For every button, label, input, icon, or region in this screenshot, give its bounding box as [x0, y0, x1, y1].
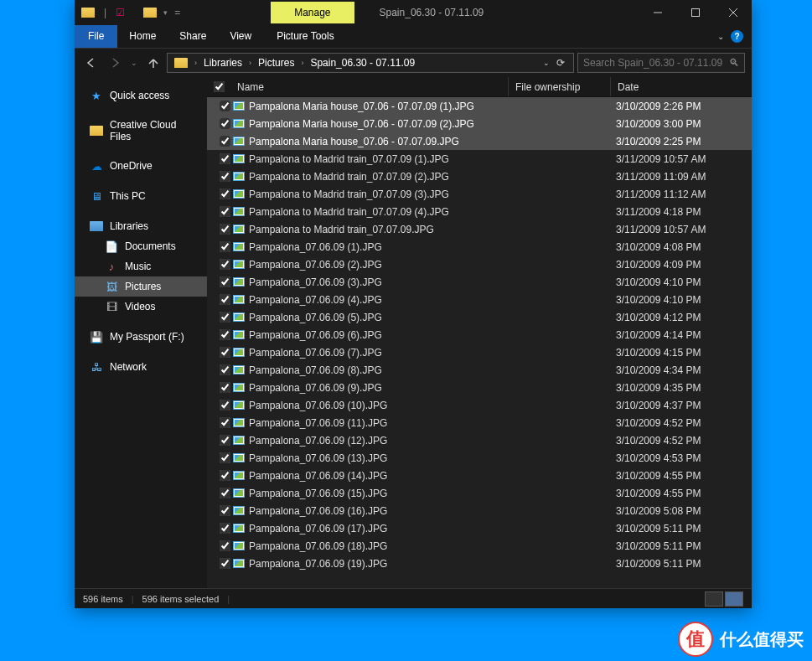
view-thumbnails-button[interactable] [725, 591, 743, 607]
table-row[interactable]: Pampalona_07.06.09 (14).JPG3/10/2009 4:5… [207, 467, 752, 484]
row-checkbox[interactable] [220, 417, 230, 428]
table-row[interactable]: Pampalona_07.06.09 (6).JPG3/10/2009 4:14… [207, 326, 752, 343]
up-button[interactable] [143, 53, 163, 73]
table-row[interactable]: Pampalona Maria house_07.06 - 07.07.09.J… [207, 132, 752, 150]
table-row[interactable]: Pampalona_07.06.09 (9).JPG3/10/2009 4:35… [207, 379, 752, 396]
ribbon-expand-icon[interactable]: ⌄ [717, 32, 724, 41]
help-icon[interactable]: ? [731, 30, 743, 43]
table-row[interactable]: Pampalona Maria house_07.06 - 07.07.09 (… [207, 115, 752, 132]
qat-check-icon[interactable]: ☑ [116, 7, 125, 18]
breadcrumb-libraries[interactable]: Libraries [200, 57, 246, 69]
row-checkbox[interactable] [220, 188, 230, 199]
back-button[interactable] [81, 53, 101, 73]
refresh-icon[interactable]: ⟳ [556, 57, 565, 69]
file-list[interactable]: Pampalona Maria house_07.06 - 07.07.09 (… [207, 97, 752, 588]
row-checkbox[interactable] [220, 382, 230, 393]
maximize-button[interactable] [676, 0, 714, 25]
sidebar-libraries[interactable]: Libraries [75, 216, 207, 236]
table-row[interactable]: Pampalona to Madrid train_07.07.09 (4).J… [207, 203, 752, 220]
row-checkbox[interactable] [220, 153, 230, 164]
tab-share[interactable]: Share [168, 25, 218, 48]
table-row[interactable]: Pampalona_07.06.09 (10).JPG3/10/2009 4:3… [207, 396, 752, 414]
sidebar-onedrive[interactable]: ☁OneDrive [75, 156, 207, 176]
qat-overflow[interactable]: = [174, 7, 180, 18]
file-menu[interactable]: File [75, 25, 117, 48]
row-checkbox[interactable] [220, 540, 230, 551]
tab-home[interactable]: Home [117, 25, 168, 48]
breadcrumb-dropdown-icon[interactable]: ⌄ [543, 59, 550, 67]
qat-dropdown-icon[interactable]: ▾ [163, 8, 168, 17]
row-checkbox[interactable] [220, 400, 230, 411]
tab-picture-tools[interactable]: Picture Tools [265, 25, 345, 48]
view-details-button[interactable] [705, 591, 723, 607]
sidebar-my-passport[interactable]: 💾My Passport (F:) [75, 327, 207, 347]
row-checkbox[interactable] [220, 101, 230, 111]
forward-button[interactable] [105, 53, 125, 73]
table-row[interactable]: Pampalona_07.06.09 (19).JPG3/10/2009 5:1… [207, 555, 752, 572]
search-input[interactable] [583, 57, 729, 69]
sidebar-videos[interactable]: 🎞Videos [75, 297, 207, 317]
sidebar-pictures[interactable]: 🖼Pictures [75, 276, 207, 297]
row-checkbox[interactable] [220, 470, 230, 481]
row-checkbox[interactable] [220, 312, 230, 323]
row-checkbox[interactable] [220, 206, 230, 217]
row-checkbox[interactable] [220, 435, 230, 446]
breadcrumb-pictures[interactable]: Pictures [255, 57, 297, 69]
breadcrumb[interactable]: › Libraries › Pictures › Spain_06.30 - 0… [167, 53, 574, 73]
table-row[interactable]: Pampalona_07.06.09 (13).JPG3/10/2009 4:5… [207, 449, 752, 467]
row-checkbox[interactable] [220, 505, 230, 516]
table-row[interactable]: Pampalona_07.06.09 (8).JPG3/10/2009 4:34… [207, 361, 752, 379]
row-checkbox[interactable] [220, 294, 230, 305]
row-checkbox[interactable] [220, 171, 230, 182]
table-row[interactable]: Pampalona to Madrid train_07.07.09 (1).J… [207, 150, 752, 168]
table-row[interactable]: Pampalona to Madrid train_07.07.09 (2).J… [207, 168, 752, 185]
breadcrumb-current[interactable]: Spain_06.30 - 07.11.09 [307, 57, 418, 69]
table-row[interactable]: Pampalona_07.06.09 (1).JPG3/10/2009 4:08… [207, 238, 752, 256]
recent-dropdown[interactable]: ⌄ [128, 53, 140, 73]
table-row[interactable]: Pampalona_07.06.09 (5).JPG3/10/2009 4:12… [207, 308, 752, 326]
search-box[interactable]: 🔍︎ [577, 53, 745, 73]
table-row[interactable]: Pampalona_07.06.09 (7).JPG3/10/2009 4:15… [207, 343, 752, 361]
table-row[interactable]: Pampalona_07.06.09 (11).JPG3/10/2009 4:5… [207, 414, 752, 431]
table-row[interactable]: Pampalona_07.06.09 (15).JPG3/10/2009 4:5… [207, 484, 752, 502]
table-row[interactable]: Pampalona to Madrid train_07.07.09.JPG3/… [207, 220, 752, 238]
column-header-ownership[interactable]: File ownership [509, 77, 611, 96]
table-row[interactable]: Pampalona_07.06.09 (3).JPG3/10/2009 4:10… [207, 273, 752, 291]
select-all-checkbox[interactable] [214, 81, 225, 92]
sidebar-documents[interactable]: 📄Documents [75, 236, 207, 256]
row-checkbox[interactable] [220, 276, 230, 287]
row-checkbox[interactable] [220, 118, 230, 129]
table-row[interactable]: Pampalona_07.06.09 (18).JPG3/10/2009 5:1… [207, 537, 752, 555]
manage-contextual-tab[interactable]: Manage [271, 2, 354, 23]
table-row[interactable]: Pampalona_07.06.09 (2).JPG3/10/2009 4:09… [207, 256, 752, 273]
table-row[interactable]: Pampalona_07.06.09 (4).JPG3/10/2009 4:10… [207, 291, 752, 308]
table-row[interactable]: Pampalona_07.06.09 (17).JPG3/10/2009 5:1… [207, 519, 752, 537]
sidebar-creative-cloud[interactable]: Creative Cloud Files [75, 116, 207, 146]
tab-view[interactable]: View [218, 25, 263, 48]
search-icon[interactable]: 🔍︎ [729, 57, 739, 69]
row-checkbox[interactable] [220, 523, 230, 534]
column-header-date[interactable]: Date [611, 77, 752, 96]
row-checkbox[interactable] [220, 558, 230, 569]
row-checkbox[interactable] [220, 241, 230, 252]
sidebar-network[interactable]: 🖧Network [75, 357, 207, 377]
row-checkbox[interactable] [220, 452, 230, 463]
chevron-right-icon[interactable]: › [193, 59, 199, 67]
table-row[interactable]: Pampalona Maria house_07.06 - 07.07.09 (… [207, 97, 752, 115]
table-row[interactable]: Pampalona_07.06.09 (16).JPG3/10/2009 5:0… [207, 502, 752, 519]
table-row[interactable]: Pampalona to Madrid train_07.07.09 (3).J… [207, 185, 752, 203]
sidebar-music[interactable]: ♪Music [75, 256, 207, 276]
sidebar-this-pc[interactable]: 🖥This PC [75, 186, 207, 206]
chevron-right-icon[interactable]: › [299, 59, 305, 67]
minimize-button[interactable] [639, 0, 676, 25]
row-checkbox[interactable] [220, 224, 230, 235]
row-checkbox[interactable] [220, 329, 230, 340]
row-checkbox[interactable] [220, 136, 230, 147]
sidebar-quick-access[interactable]: ★Quick access [75, 85, 207, 106]
row-checkbox[interactable] [220, 488, 230, 498]
column-header-name[interactable]: Name [230, 77, 509, 96]
row-checkbox[interactable] [220, 347, 230, 358]
qat-folder-icon[interactable] [143, 8, 157, 18]
row-checkbox[interactable] [220, 259, 230, 270]
table-row[interactable]: Pampalona_07.06.09 (12).JPG3/10/2009 4:5… [207, 431, 752, 449]
